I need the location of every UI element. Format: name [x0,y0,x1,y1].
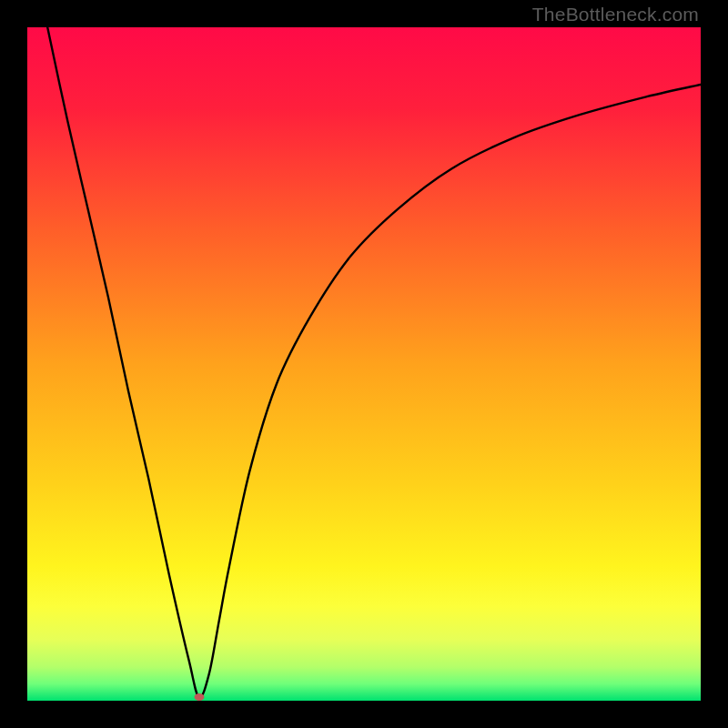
plot-area [27,27,701,701]
heat-gradient-background [27,27,701,701]
watermark-text: TheBottleneck.com [532,4,699,25]
